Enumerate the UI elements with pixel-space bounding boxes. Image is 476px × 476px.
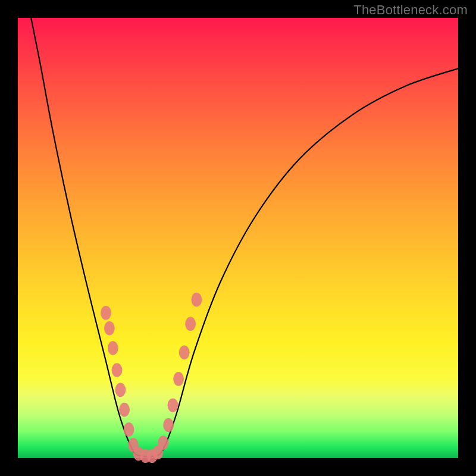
highlight-dot bbox=[124, 422, 134, 437]
highlight-dot bbox=[173, 372, 184, 386]
highlight-dot bbox=[119, 403, 130, 417]
watermark-text: TheBottleneck.com bbox=[353, 2, 468, 18]
chart-svg bbox=[18, 18, 458, 458]
highlight-dot bbox=[179, 346, 190, 360]
highlight-dot bbox=[168, 398, 178, 412]
plot-area bbox=[18, 18, 458, 458]
highlight-dot bbox=[158, 436, 168, 450]
highlight-dot bbox=[192, 293, 202, 307]
highlight-dot bbox=[108, 341, 118, 355]
highlight-dot bbox=[185, 317, 196, 331]
highlight-dot bbox=[104, 321, 115, 336]
highlight-dot bbox=[163, 418, 174, 433]
outer-frame: TheBottleneck.com bbox=[0, 0, 476, 476]
highlight-dot bbox=[115, 383, 126, 397]
highlight-dot bbox=[112, 363, 123, 377]
highlight-dot bbox=[101, 306, 111, 320]
bottleneck-curve bbox=[31, 18, 458, 457]
